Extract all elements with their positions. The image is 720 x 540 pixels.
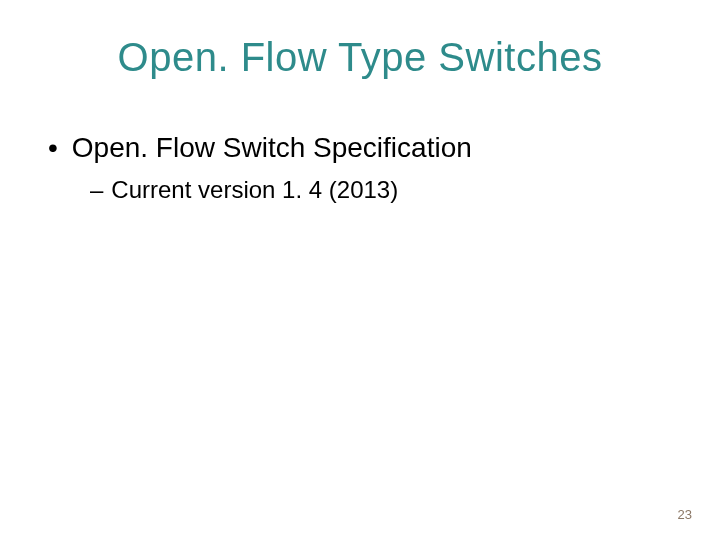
slide: Open. Flow Type Switches • Open. Flow Sw… xyxy=(0,0,720,540)
sub-item: – Current version 1. 4 (2013) xyxy=(48,174,680,205)
bullet-text: Open. Flow Switch Specification xyxy=(72,130,472,166)
dash-marker: – xyxy=(90,174,103,205)
bullet-marker: • xyxy=(48,130,58,166)
slide-content: • Open. Flow Switch Specification – Curr… xyxy=(40,130,680,206)
bullet-item: • Open. Flow Switch Specification xyxy=(48,130,680,166)
slide-title: Open. Flow Type Switches xyxy=(40,35,680,80)
page-number: 23 xyxy=(678,507,692,522)
sub-text: Current version 1. 4 (2013) xyxy=(111,174,398,205)
